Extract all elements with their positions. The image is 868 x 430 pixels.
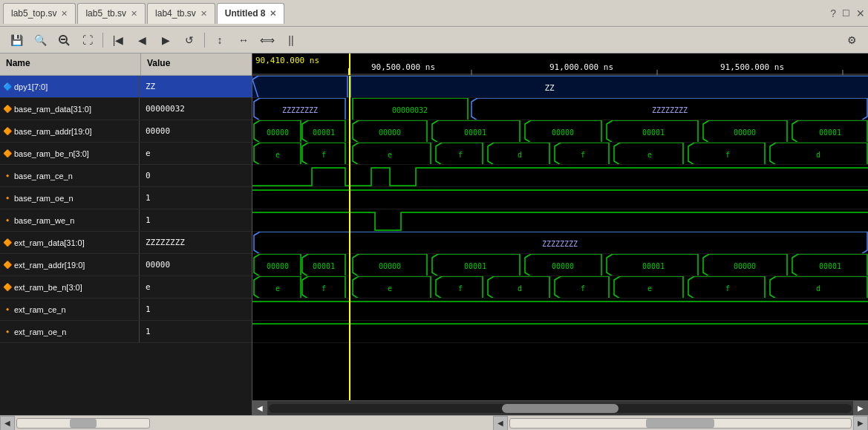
tab-close[interactable]: ✕ (270, 9, 276, 19)
signal-value-base-ram-addr: 00000 (140, 120, 252, 142)
next-button[interactable]: ▶ (155, 30, 176, 50)
wire-icon-brwe: 🔸 (3, 216, 12, 224)
save-button[interactable]: 💾 (6, 30, 27, 50)
signal-row-base-ram-data[interactable]: 🔶 base_ram_data[31:0] 00000032 (0, 98, 252, 120)
wave-row-base-ram-be-n: e f e f d f e f d (252, 143, 868, 165)
expand-h-button[interactable]: ↔ (233, 30, 254, 50)
signal-name-base-ram-data: 🔶 base_ram_data[31:0] (0, 98, 140, 120)
svg-text:e: e (647, 284, 652, 293)
signal-name-ext-ram-be-n: 🔶 ext_ram_be_n[3:0] (0, 276, 140, 298)
svg-text:00000: 00000 (267, 262, 289, 270)
value-column-header: Value (141, 53, 252, 75)
wave-svg-eroe (252, 321, 868, 342)
bottom-scroll-wave-left[interactable]: ◀ (493, 416, 508, 431)
svg-text:f: f (322, 284, 326, 293)
wave-svg-erbe: e f e f d f e f d (252, 276, 868, 298)
zoom-in-button[interactable]: 🔍 (30, 30, 50, 50)
bottom-scroll-wave-thumb[interactable] (646, 419, 714, 428)
signal-row-base-ram-we-n[interactable]: 🔸 base_ram_we_n 1 (0, 209, 252, 232)
scroll-right-arrow[interactable]: ▶ (853, 401, 868, 416)
toolbar: 💾 🔍 ⛶ |◀ ◀ ▶ ↺ ↕ ↔ ⟺ || ⚙ (0, 27, 868, 53)
prev-edge-button[interactable]: |◀ (108, 30, 128, 50)
svg-text:00001: 00001 (642, 262, 665, 270)
signal-name-ext-ram-oe-n: 🔸 ext_ram_oe_n (0, 321, 140, 342)
tab-lab4-tb[interactable]: lab4_tb.sv ✕ (147, 3, 215, 24)
bottom-scroll-track[interactable] (16, 418, 150, 429)
signal-row-ext-ram-oe-n[interactable]: 🔸 ext_ram_oe_n 1 (0, 321, 252, 343)
bottom-scroll-wave-track[interactable] (509, 418, 852, 429)
svg-text:00000: 00000 (734, 128, 756, 137)
signal-name-base-ram-be-n: 🔶 base_ram_be_n[3:0] (0, 143, 140, 164)
tab-close[interactable]: ✕ (61, 9, 68, 19)
bottom-scrollbar[interactable]: ◀ ◀ ▶ (0, 415, 868, 430)
wave-scrollbar[interactable]: ◀ ▶ (252, 400, 868, 415)
svg-text:f: f (581, 151, 585, 159)
swap-button[interactable]: ⟺ (257, 30, 278, 50)
svg-text:ZZZZZZZZ: ZZZZZZZZ (652, 106, 688, 114)
signal-row-ext-ram-ce-n[interactable]: 🔸 ext_ram_ce_n 1 (0, 299, 252, 321)
signal-value-ext-ram-ce-n: 1 (140, 299, 252, 320)
restore-icon[interactable]: ☐ (842, 8, 850, 19)
wave-row-dpy1: ZZ (252, 76, 868, 98)
svg-text:f: f (322, 151, 326, 159)
wave-row-ext-ram-ce-n (252, 299, 868, 321)
scroll-track[interactable] (269, 404, 852, 413)
fit-button[interactable]: ⛶ (77, 30, 98, 50)
signal-value-ext-ram-addr: 00000 (140, 254, 252, 276)
time-ruler: 90,410.000 ns 90,500.000 ns 91,000.000 n… (252, 53, 868, 76)
signal-name-base-ram-ce-n: 🔸 base_ram_ce_n (0, 165, 140, 186)
tab-close[interactable]: ✕ (200, 9, 207, 19)
tab-close[interactable]: ✕ (131, 9, 137, 19)
svg-line-2 (66, 42, 69, 45)
svg-text:00001: 00001 (819, 128, 841, 137)
signal-value-base-ram-oe-n: 1 (140, 187, 252, 209)
signal-row-base-ram-ce-n[interactable]: 🔸 base_ram_ce_n 0 (0, 165, 252, 187)
svg-text:f: f (458, 284, 463, 293)
tab-untitled8[interactable]: Untitled 8 ✕ (217, 3, 285, 24)
expand-v-button[interactable]: ↕ (209, 30, 230, 50)
signal-row-ext-ram-data[interactable]: 🔶 ext_ram_data[31:0] ZZZZZZZZ (0, 232, 252, 254)
svg-text:00001: 00001 (464, 128, 486, 137)
tab-lab5-tb[interactable]: lab5_tb.sv ✕ (77, 3, 146, 24)
bus-icon-dpy1: 🔷 (3, 82, 12, 91)
refresh-button[interactable]: ↺ (179, 30, 200, 50)
svg-text:00001: 00001 (464, 262, 486, 270)
zoom-out-button[interactable] (53, 30, 74, 50)
close-window-icon[interactable]: ✕ (856, 7, 865, 19)
wave-svg-brwe (252, 209, 868, 231)
bottom-scroll-left[interactable]: ◀ (0, 416, 15, 431)
marker-button[interactable]: || (281, 30, 301, 50)
wave-row-base-ram-ce-n (252, 165, 868, 187)
signal-name-base-ram-we-n: 🔸 base_ram_we_n (0, 209, 140, 231)
wave-svg-brbe: e f e f d f e f d (252, 143, 868, 164)
main-area: Name Value 🔷 dpy1[7:0] ZZ 🔶 base_ram_dat… (0, 53, 868, 415)
wave-row-ext-ram-oe-n (252, 321, 868, 343)
signal-name-ext-ram-ce-n: 🔸 ext_ram_ce_n (0, 299, 140, 320)
signal-row-base-ram-addr[interactable]: 🔶 base_ram_addr[19:0] 00000 (0, 120, 252, 143)
settings-button[interactable]: ⚙ (841, 30, 862, 50)
scroll-left-arrow[interactable]: ◀ (252, 401, 267, 416)
wave-svg-erce (252, 299, 868, 320)
svg-text:00000: 00000 (267, 128, 289, 137)
tick-marks (252, 53, 868, 76)
svg-text:e: e (647, 151, 652, 159)
tab-label: lab5_top.sv (11, 8, 56, 19)
tab-lab5-top[interactable]: lab5_top.sv ✕ (3, 3, 76, 24)
signal-name-ext-ram-data: 🔶 ext_ram_data[31:0] (0, 232, 140, 253)
signal-name-ext-ram-addr: 🔶 ext_ram_addr[19:0] (0, 254, 140, 276)
signal-row-ext-ram-be-n[interactable]: 🔶 ext_ram_be_n[3:0] e (0, 276, 252, 299)
signal-value-ext-ram-be-n: e (140, 276, 252, 298)
prev-button[interactable]: ◀ (131, 30, 152, 50)
signal-row-ext-ram-addr[interactable]: 🔶 ext_ram_addr[19:0] 00000 (0, 254, 252, 276)
wave-panel[interactable]: 90,410.000 ns 90,500.000 ns 91,000.000 n… (252, 53, 868, 415)
signal-value-base-ram-ce-n: 0 (140, 165, 252, 186)
help-icon[interactable]: ? (830, 7, 836, 19)
signal-row-base-ram-oe-n[interactable]: 🔸 base_ram_oe_n 1 (0, 187, 252, 209)
signal-row-base-ram-be-n[interactable]: 🔶 base_ram_be_n[3:0] e (0, 143, 252, 165)
bottom-scroll-thumb[interactable] (70, 419, 97, 428)
scroll-thumb[interactable] (502, 404, 619, 413)
bottom-scroll-wave-right[interactable]: ▶ (853, 416, 868, 431)
wire-icon-eroe: 🔸 (3, 328, 12, 336)
wave-svg-bra: 00000 00001 00000 00001 00000 00001 (252, 120, 868, 142)
signal-row-dpy1[interactable]: 🔷 dpy1[7:0] ZZ (0, 76, 252, 98)
